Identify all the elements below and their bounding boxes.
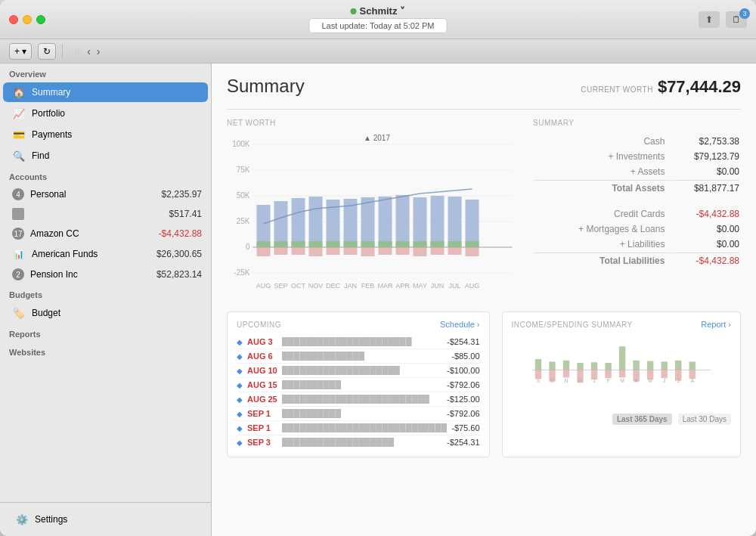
liabilities-value: $0.00 bbox=[672, 237, 739, 251]
sidebar-bottom: ⚙️ Settings bbox=[0, 502, 211, 536]
upcoming-desc-5: █████████████████████████ bbox=[282, 395, 442, 404]
upcoming-date-1: AUG 3 bbox=[247, 337, 277, 346]
upcoming-row-7: ◆ SEP 1 ████████████████████████████ -$7… bbox=[237, 421, 480, 435]
upcoming-row-6: ◆ SEP 1 ██████████ -$792.06 bbox=[237, 407, 480, 421]
svg-rect-44 bbox=[431, 241, 445, 247]
sidebar-item-find[interactable]: 🔍 Find bbox=[3, 146, 208, 166]
arrow-icon-6: ◆ bbox=[237, 410, 243, 418]
arrow-icon-3: ◆ bbox=[237, 367, 243, 375]
upcoming-label: UPCOMING bbox=[237, 321, 281, 329]
svg-rect-85 bbox=[661, 370, 667, 378]
upcoming-row-2: ◆ AUG 6 ██████████████ -$85.00 bbox=[237, 349, 480, 364]
upcoming-desc-1: ██████████████████████ bbox=[282, 337, 442, 346]
upcoming-row-3: ◆ AUG 10 ████████████████████ -$100.00 bbox=[237, 364, 480, 378]
svg-text:O: O bbox=[550, 378, 553, 383]
nav-forward-button[interactable]: › bbox=[97, 45, 101, 57]
sidebar-item-payments[interactable]: 💳 Payments bbox=[3, 125, 208, 144]
svg-text:NOV: NOV bbox=[308, 282, 324, 290]
nav-back-button[interactable]: ‹ bbox=[87, 45, 91, 57]
svg-rect-68 bbox=[549, 361, 555, 370]
minimize-button[interactable] bbox=[23, 15, 32, 24]
account2-icon bbox=[12, 208, 24, 220]
table-row: Total Assets $81,877.17 bbox=[534, 180, 739, 195]
summary-col: SUMMARY Cash $2,753.38 + Investments $79… bbox=[533, 119, 741, 299]
svg-rect-47 bbox=[448, 241, 462, 247]
app-window: Schmitz ˅ Last update: Today at 5:02 PM … bbox=[0, 0, 756, 536]
arrow-icon-1: ◆ bbox=[237, 338, 243, 346]
page-title: Summary bbox=[227, 76, 305, 97]
svg-rect-19 bbox=[292, 198, 305, 247]
svg-rect-46 bbox=[448, 197, 462, 247]
svg-rect-66 bbox=[534, 359, 541, 370]
sidebar-item-portfolio[interactable]: 📈 Portfolio bbox=[3, 104, 208, 123]
svg-rect-13 bbox=[257, 205, 271, 247]
svg-rect-33 bbox=[361, 247, 375, 256]
notification-icon[interactable]: 🗒 3 bbox=[726, 11, 747, 28]
table-row: Total Liabilities -$4,432.88 bbox=[534, 253, 739, 268]
sidebar-item-budget[interactable]: 🏷️ Budget bbox=[3, 303, 208, 323]
maximize-button[interactable] bbox=[36, 15, 45, 24]
income-chart: S O N D J F M A M J J A bbox=[512, 335, 731, 411]
upcoming-date-6: SEP 1 bbox=[247, 409, 277, 418]
svg-rect-20 bbox=[292, 241, 305, 247]
income-svg: S O N D J F M A M J J A bbox=[512, 335, 731, 395]
refresh-button[interactable]: ↻ bbox=[38, 43, 56, 60]
upcoming-date-8: SEP 3 bbox=[247, 438, 277, 447]
table-row: + Mortgages & Loans $0.00 bbox=[534, 222, 739, 236]
personal-badge: 4 bbox=[12, 188, 24, 200]
svg-rect-23 bbox=[309, 241, 323, 247]
last-30-button[interactable]: Last 30 Days bbox=[678, 414, 731, 425]
upcoming-amount-7: -$75.60 bbox=[451, 423, 479, 432]
income-panel: INCOME/SPENDING SUMMARY Report › bbox=[502, 311, 741, 457]
personal-label: Personal bbox=[30, 189, 156, 200]
add-button[interactable]: + ▾ bbox=[9, 43, 32, 60]
upcoming-desc-3: ████████████████████ bbox=[282, 366, 442, 375]
sidebar-find-label: Find bbox=[32, 150, 202, 161]
last-365-button[interactable]: Last 365 Days bbox=[612, 414, 672, 425]
sidebar-item-settings[interactable]: ⚙️ Settings bbox=[6, 510, 205, 529]
upcoming-date-3: AUG 10 bbox=[247, 366, 277, 375]
schedule-link[interactable]: Schedule › bbox=[440, 320, 480, 329]
svg-text:N: N bbox=[564, 378, 568, 383]
svg-rect-49 bbox=[466, 200, 479, 247]
table-row: Cash $2,753.38 bbox=[534, 135, 739, 148]
find-icon: 🔍 bbox=[12, 149, 26, 163]
svg-text:M: M bbox=[648, 378, 652, 383]
sidebar-item-pension-inc[interactable]: 2 Pension Inc $52,823.14 bbox=[3, 265, 208, 283]
close-button[interactable] bbox=[9, 15, 18, 24]
main-content: Overview 🏠 Summary 📈 Portfolio 💳 Payment… bbox=[0, 64, 756, 536]
svg-text:DEC: DEC bbox=[326, 282, 341, 290]
sidebar-item-amazon-cc[interactable]: 17 Amazon CC -$4,432.88 bbox=[3, 225, 208, 243]
svg-rect-51 bbox=[466, 247, 479, 256]
export-icon[interactable]: ⬆ bbox=[699, 11, 720, 28]
svg-text:-25K: -25K bbox=[234, 268, 249, 277]
sidebar-item-personal[interactable]: 4 Personal $2,235.97 bbox=[3, 185, 208, 203]
upcoming-amount-5: -$125.00 bbox=[447, 395, 479, 404]
sidebar-item-summary[interactable]: 🏠 Summary bbox=[3, 82, 208, 102]
main-panel: Summary CURRENT WORTH $77,444.29 NET WOR… bbox=[212, 64, 756, 536]
svg-rect-16 bbox=[274, 201, 288, 247]
svg-text:AUG: AUG bbox=[465, 282, 480, 290]
svg-rect-71 bbox=[562, 370, 569, 377]
svg-text:J: J bbox=[593, 378, 595, 383]
sidebar-item-account2[interactable]: $517.41 bbox=[3, 205, 208, 223]
svg-rect-77 bbox=[605, 370, 611, 378]
arrow-icon-2: ◆ bbox=[237, 352, 243, 361]
svg-rect-79 bbox=[618, 370, 624, 377]
svg-text:JAN: JAN bbox=[344, 282, 357, 290]
svg-text:JUN: JUN bbox=[431, 282, 445, 290]
report-link[interactable]: Report › bbox=[701, 320, 731, 329]
svg-rect-36 bbox=[379, 247, 392, 255]
svg-rect-38 bbox=[396, 241, 410, 247]
investments-label: + Investments bbox=[534, 150, 671, 163]
svg-rect-31 bbox=[361, 197, 375, 247]
svg-text:AUG: AUG bbox=[256, 282, 271, 290]
sidebar-item-american-funds[interactable]: 📊 American Funds $26,300.65 bbox=[3, 244, 208, 264]
svg-rect-74 bbox=[590, 362, 596, 370]
svg-rect-78 bbox=[618, 346, 624, 370]
net-worth-svg: 100K 75K 50K 25K 0 -25K bbox=[227, 133, 518, 299]
svg-rect-70 bbox=[562, 361, 569, 370]
svg-text:0: 0 bbox=[246, 243, 250, 251]
investments-value: $79,123.79 bbox=[672, 150, 739, 163]
assets-label: + Assets bbox=[534, 165, 671, 178]
